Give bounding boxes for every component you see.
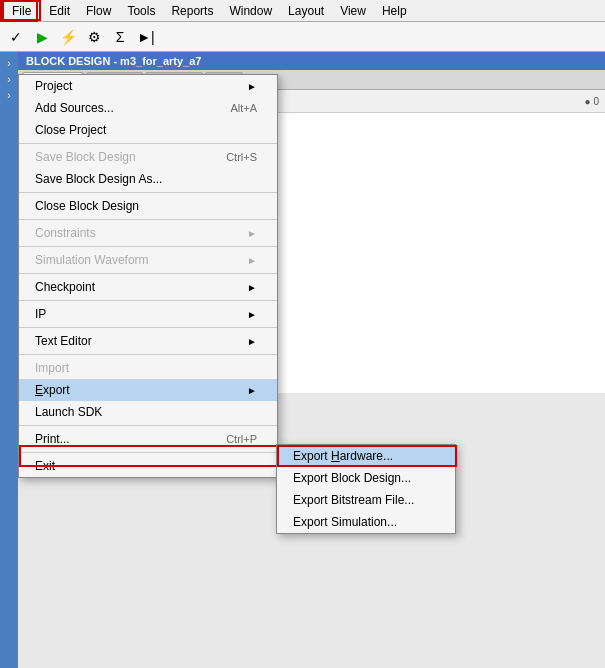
- window-title: BLOCK DESIGN - m3_for_arty_a7: [18, 52, 605, 70]
- sidebar-arrow-1[interactable]: ›: [2, 56, 16, 70]
- menu-add-sources[interactable]: Add Sources... Alt+A: [19, 97, 277, 119]
- menubar-window[interactable]: Window: [221, 0, 280, 21]
- menu-export-hardware[interactable]: Export Hardware...: [277, 445, 455, 467]
- menubar-help[interactable]: Help: [374, 0, 415, 21]
- toolbar-settings[interactable]: ⚙: [82, 26, 106, 48]
- menu-simulation-waveform: Simulation Waveform ►: [19, 249, 277, 271]
- divider-4: [19, 246, 277, 247]
- menu-project[interactable]: Project ►: [19, 75, 277, 97]
- toolbar-check[interactable]: ✓: [4, 26, 28, 48]
- menu-constraints: Constraints ►: [19, 222, 277, 244]
- menu-save-block-design: Save Block Design Ctrl+S: [19, 146, 277, 168]
- menubar-layout[interactable]: Layout: [280, 0, 332, 21]
- menu-text-editor[interactable]: Text Editor ►: [19, 330, 277, 352]
- toolbar-sigma[interactable]: Σ: [108, 26, 132, 48]
- menu-export-block-design[interactable]: Export Block Design...: [277, 467, 455, 489]
- menubar-tools[interactable]: Tools: [119, 0, 163, 21]
- menubar-edit[interactable]: Edit: [41, 0, 78, 21]
- counter-badge: ● 0: [585, 96, 599, 107]
- divider-5: [19, 273, 277, 274]
- divider-10: [19, 452, 277, 453]
- sidebar-arrow-2[interactable]: ›: [2, 72, 16, 86]
- sidebar-arrow-3[interactable]: ›: [2, 88, 16, 102]
- toolbar-play[interactable]: ▶: [30, 26, 54, 48]
- menubar: File Edit Flow Tools Reports Window Layo…: [0, 0, 605, 22]
- menubar-file[interactable]: File: [2, 0, 41, 21]
- main-content: BLOCK DESIGN - m3_for_arty_a7 Sources De…: [18, 52, 605, 668]
- divider-9: [19, 425, 277, 426]
- menu-print[interactable]: Print... Ctrl+P: [19, 428, 277, 450]
- menubar-flow[interactable]: Flow: [78, 0, 119, 21]
- menu-close-block-design[interactable]: Close Block Design: [19, 195, 277, 217]
- divider-7: [19, 327, 277, 328]
- toolbar-flash[interactable]: ⚡: [56, 26, 80, 48]
- menu-export-simulation[interactable]: Export Simulation...: [277, 511, 455, 533]
- file-menu-dropdown: Project ► Add Sources... Alt+A Close Pro…: [18, 74, 198, 164]
- toolbar-run[interactable]: ►|: [134, 26, 158, 48]
- menu-checkpoint[interactable]: Checkpoint ►: [19, 276, 277, 298]
- menubar-reports[interactable]: Reports: [163, 0, 221, 21]
- toolbar: ✓ ▶ ⚡ ⚙ Σ ►|: [0, 22, 605, 52]
- divider-2: [19, 192, 277, 193]
- export-submenu: Export Hardware... Export Block Design..…: [276, 444, 456, 534]
- menu-save-block-design-as[interactable]: Save Block Design As...: [19, 168, 277, 190]
- menu-ip[interactable]: IP ►: [19, 303, 277, 325]
- divider-6: [19, 300, 277, 301]
- menu-export[interactable]: Export ►: [19, 379, 277, 401]
- divider-8: [19, 354, 277, 355]
- menu-close-project[interactable]: Close Project: [19, 119, 277, 141]
- left-sidebar: › › ›: [0, 52, 18, 668]
- file-menu: Project ► Add Sources... Alt+A Close Pro…: [18, 74, 278, 478]
- menu-import: Import: [19, 357, 277, 379]
- divider-3: [19, 219, 277, 220]
- menu-launch-sdk[interactable]: Launch SDK: [19, 401, 277, 423]
- menubar-view[interactable]: View: [332, 0, 374, 21]
- menu-exit[interactable]: Exit: [19, 455, 277, 477]
- menu-export-bitstream[interactable]: Export Bitstream File...: [277, 489, 455, 511]
- divider-1: [19, 143, 277, 144]
- content-area: › › › BLOCK DESIGN - m3_for_arty_a7 Sour…: [0, 52, 605, 668]
